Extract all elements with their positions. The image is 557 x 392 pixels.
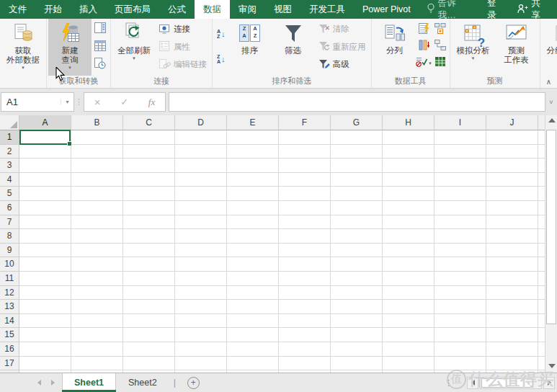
row-header[interactable]: 7 [0, 215, 19, 230]
cell[interactable] [71, 300, 123, 314]
row-header[interactable]: 2 [0, 145, 19, 159]
cell[interactable] [175, 187, 227, 201]
next-sheet-icon[interactable] [51, 380, 55, 386]
get-external-data-button[interactable]: 获取 外部数据 ▼ [1, 19, 45, 76]
cell[interactable] [383, 328, 435, 342]
cell[interactable] [19, 229, 71, 244]
scroll-down-icon[interactable] [548, 364, 556, 368]
cell[interactable] [123, 159, 175, 173]
cell[interactable] [123, 173, 175, 187]
cell[interactable] [435, 145, 486, 159]
cell[interactable] [435, 328, 486, 342]
menu-tab[interactable]: 审阅 [230, 0, 265, 19]
cell[interactable] [71, 314, 123, 329]
cell[interactable] [19, 244, 71, 258]
cell[interactable] [435, 286, 486, 300]
cell[interactable] [227, 244, 279, 258]
cell[interactable] [71, 328, 123, 342]
cell[interactable] [71, 286, 123, 300]
column-header[interactable]: A [19, 115, 71, 130]
cell[interactable] [435, 187, 486, 201]
cell[interactable] [175, 257, 227, 272]
advanced-filter-button[interactable]: 高级 [316, 57, 368, 72]
column-header[interactable]: I [435, 115, 486, 130]
cell[interactable] [331, 229, 383, 244]
cell[interactable] [486, 215, 538, 230]
cell[interactable] [227, 201, 279, 215]
horizontal-scroll-thumb[interactable] [481, 378, 533, 388]
cell-partial[interactable] [538, 130, 545, 145]
vertical-scrollbar[interactable] [545, 115, 557, 373]
cell[interactable] [435, 257, 486, 272]
column-header[interactable]: E [227, 115, 279, 130]
enter-icon[interactable]: ✓ [120, 97, 128, 107]
cell[interactable] [331, 357, 383, 371]
cell[interactable] [19, 187, 71, 201]
cell[interactable] [19, 145, 71, 159]
cell[interactable] [227, 130, 279, 145]
outline-button[interactable]: 分级显示 ▼ [542, 19, 557, 76]
cell[interactable] [435, 173, 486, 187]
cell[interactable] [383, 159, 435, 173]
cell[interactable] [71, 201, 123, 215]
cell[interactable] [71, 173, 123, 187]
menu-tab[interactable]: 视图 [265, 0, 300, 19]
column-header[interactable]: B [71, 115, 123, 130]
cell[interactable] [435, 201, 486, 215]
menu-tab[interactable]: Power Pivot [354, 0, 419, 19]
cell[interactable] [279, 300, 331, 314]
cell[interactable] [123, 145, 175, 159]
menu-tab[interactable]: 插入 [71, 0, 106, 19]
manage-data-model-button[interactable] [435, 56, 446, 70]
cell[interactable] [71, 229, 123, 244]
cell[interactable] [435, 244, 486, 258]
relationships-button[interactable] [435, 40, 446, 53]
cell[interactable] [279, 229, 331, 244]
cell[interactable] [123, 300, 175, 314]
cell[interactable] [331, 342, 383, 357]
sort-ascending-button[interactable]: AZ↓ [215, 27, 227, 41]
cell[interactable] [279, 130, 331, 145]
cell-partial[interactable] [538, 201, 545, 215]
cell[interactable] [383, 130, 435, 145]
show-queries-button[interactable] [93, 22, 107, 36]
cell[interactable] [486, 159, 538, 173]
row-header[interactable]: 17 [0, 357, 19, 371]
cell[interactable] [486, 314, 538, 329]
cell-partial[interactable] [538, 173, 545, 187]
cell[interactable] [19, 201, 71, 215]
menu-tab[interactable]: 开始 [35, 0, 71, 19]
cell[interactable] [19, 130, 71, 145]
cell[interactable] [279, 244, 331, 258]
sheet-tab-sheet2[interactable]: Sheet2 [116, 373, 169, 392]
collapse-ribbon-button[interactable]: ∧ [546, 78, 551, 86]
cell[interactable] [123, 130, 175, 145]
cell[interactable] [331, 328, 383, 342]
row-header[interactable]: 9 [0, 244, 19, 258]
cell[interactable] [486, 201, 538, 215]
cell[interactable] [279, 145, 331, 159]
from-table-button[interactable] [93, 40, 107, 54]
cell[interactable] [486, 300, 538, 314]
row-header[interactable]: 5 [0, 187, 19, 201]
horizontal-scrollbar[interactable] [467, 373, 557, 392]
row-header[interactable]: 15 [0, 328, 19, 342]
cell[interactable] [71, 159, 123, 173]
formula-bar-splitter[interactable]: ⋮ [74, 97, 84, 107]
share-button[interactable]: 共享 [512, 0, 557, 19]
scroll-left-button[interactable] [467, 377, 478, 389]
menu-tab[interactable]: 公式 [159, 0, 195, 19]
vertical-scroll-thumb[interactable] [546, 130, 556, 324]
cell[interactable] [383, 342, 435, 357]
cell[interactable] [383, 300, 435, 314]
cell[interactable] [227, 286, 279, 300]
row-header[interactable]: 4 [0, 173, 19, 187]
column-header[interactable]: C [123, 115, 175, 130]
cell[interactable] [435, 215, 486, 230]
cell[interactable] [227, 272, 279, 286]
connections-button[interactable]: 连接 [157, 22, 209, 37]
cell[interactable] [123, 342, 175, 357]
cell[interactable] [383, 173, 435, 187]
cell[interactable] [331, 173, 383, 187]
cell[interactable] [486, 328, 538, 342]
